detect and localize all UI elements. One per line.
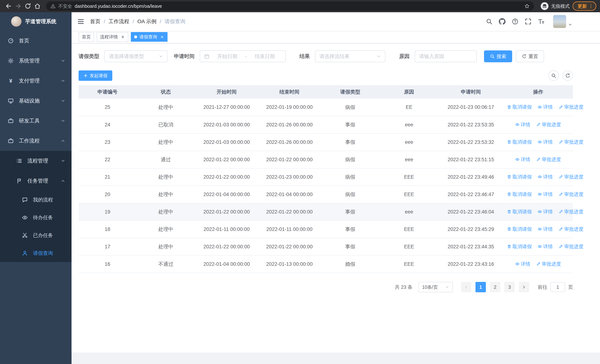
breadcrumb-item[interactable]: OA 示例: [138, 18, 157, 25]
sidebar-item[interactable]: 待办任务: [0, 209, 72, 226]
github-button[interactable]: [498, 18, 506, 26]
detail-link[interactable]: 详情: [515, 261, 530, 267]
detail-link[interactable]: 详情: [538, 104, 553, 110]
search-button[interactable]: 搜索: [484, 50, 512, 62]
not-secure-icon[interactable]: [50, 3, 56, 9]
sidebar-item[interactable]: 系统管理: [0, 51, 72, 71]
detail-link[interactable]: 详情: [538, 208, 553, 215]
address-bar[interactable]: 不安全 dashboard.yudao.iocoder.cn/bpm/oa/le…: [46, 1, 534, 11]
sidebar-item[interactable]: 研发工具: [0, 111, 72, 131]
approval-progress-link[interactable]: 审批进度: [559, 104, 583, 110]
cancel-leave-link[interactable]: 取消请假: [507, 104, 532, 110]
approval-progress-link[interactable]: 审批进度: [559, 243, 583, 250]
sidebar-item[interactable]: ¥ 支付管理: [0, 71, 72, 91]
refresh-table-button[interactable]: [562, 70, 573, 81]
detail-link[interactable]: 详情: [538, 243, 553, 250]
cancel-leave-link[interactable]: 取消请假: [507, 208, 532, 215]
table-row[interactable]: 25 处理中 2021-12-27 00:00:00 2022-01-19 00…: [79, 99, 573, 116]
page-number-button[interactable]: 3: [504, 282, 515, 292]
detail-link[interactable]: 详情: [538, 174, 553, 180]
approval-progress-link[interactable]: 审批进度: [559, 191, 583, 197]
approval-progress-link[interactable]: 审批进度: [536, 156, 561, 163]
table-row[interactable]: 21 处理中 2022-01-22 00:00:00 2022-01-23 00…: [79, 168, 573, 186]
reset-button[interactable]: 重置: [516, 50, 544, 62]
sidebar-item[interactable]: 任务管理: [0, 171, 72, 191]
header-search-button[interactable]: [485, 18, 493, 26]
approval-progress-link[interactable]: 审批进度: [559, 174, 583, 180]
toggle-search-button[interactable]: [548, 70, 559, 81]
prev-page-button[interactable]: [461, 282, 471, 292]
cell-apply-time: 2022-01-22 23:45:29: [438, 221, 503, 238]
table-row[interactable]: 24 已取消 2022-01-03 00:00:00 2022-01-26 00…: [79, 116, 573, 133]
page-number-button[interactable]: 1: [476, 282, 486, 292]
browser-home-button[interactable]: [33, 1, 42, 11]
cell-reason: eee: [380, 133, 438, 151]
user-menu[interactable]: [553, 15, 572, 28]
tab[interactable]: 流程详情 ×: [97, 32, 128, 42]
table-row[interactable]: 22 通过 2022-01-22 00:00:00 2022-01-22 00:…: [79, 151, 573, 168]
approval-progress-link[interactable]: 审批进度: [536, 121, 561, 128]
sidebar-item[interactable]: 首页: [0, 31, 72, 51]
approval-progress-link[interactable]: 审批进度: [536, 261, 561, 267]
cell-leave-type: 事假: [321, 221, 379, 238]
detail-link[interactable]: 详情: [538, 139, 553, 145]
leave-type-select[interactable]: 请选择请假类型: [104, 50, 168, 62]
cancel-leave-link[interactable]: 取消请假: [507, 174, 532, 180]
cell-reason: EEE: [380, 238, 438, 255]
browser-back-button[interactable]: [4, 1, 13, 11]
approval-progress-link[interactable]: 审批进度: [559, 208, 583, 215]
browser-forward-button[interactable]: [13, 1, 23, 11]
close-icon[interactable]: ×: [160, 35, 164, 39]
sidebar-item[interactable]: 已办任务: [0, 226, 72, 244]
table-row[interactable]: 20 处理中 2022-01-04 00:00:00 2022-01-04 00…: [79, 186, 573, 203]
font-size-button[interactable]: [537, 18, 545, 26]
sidebar-item[interactable]: 请假查询: [0, 244, 72, 262]
page-size-select[interactable]: 10条/页: [418, 282, 453, 292]
page-number-button[interactable]: 2: [490, 282, 500, 292]
column-header: 申请时间: [438, 85, 503, 99]
detail-link[interactable]: 详情: [515, 121, 530, 128]
browser-update-button[interactable]: 更新: [572, 1, 596, 11]
breadcrumb-item[interactable]: 请假查询: [165, 18, 185, 25]
cancel-leave-link[interactable]: 取消请假: [507, 191, 532, 197]
goto-page-input[interactable]: [550, 282, 565, 292]
result-select[interactable]: 请选择流结果: [315, 50, 385, 62]
avatar[interactable]: [553, 15, 566, 28]
menu-dots-icon[interactable]: [588, 3, 593, 9]
breadcrumb-item[interactable]: 工作流程: [109, 18, 129, 25]
hamburger-button[interactable]: [77, 18, 84, 25]
browser-reload-button[interactable]: [23, 1, 33, 11]
create-leave-button[interactable]: 发起请假: [79, 70, 112, 81]
pagination: 共 23 条 10条/页 123 前往 页: [79, 282, 573, 292]
approval-progress-link[interactable]: 审批进度: [559, 226, 583, 233]
table-row[interactable]: 23 处理中 2022-01-03 00:00:00 2022-01-26 00…: [79, 133, 573, 151]
sidebar-item[interactable]: 我的流程: [0, 191, 72, 209]
cancel-leave-link[interactable]: 取消请假: [507, 243, 532, 250]
table-row[interactable]: 18 处理中 2022-01-11 00:00:00 2022-01-11 00…: [79, 221, 573, 238]
detail-link[interactable]: 详情: [538, 191, 553, 197]
detail-link[interactable]: 详情: [538, 226, 553, 233]
close-icon[interactable]: ×: [121, 35, 125, 39]
detail-link[interactable]: 详情: [515, 156, 530, 163]
next-page-button[interactable]: [519, 282, 529, 292]
bookmark-star-icon[interactable]: [525, 3, 530, 9]
breadcrumb-item[interactable]: 首页: [90, 18, 100, 25]
docs-help-button[interactable]: [511, 18, 519, 26]
cancel-leave-link[interactable]: 取消请假: [507, 139, 532, 145]
reason-input[interactable]: 请输入原因: [415, 50, 477, 62]
table-row[interactable]: 16 不通过 2022-01-04 00:00:00 2022-01-13 00…: [79, 255, 573, 273]
tab[interactable]: 请假查询 ×: [131, 32, 168, 42]
approval-progress-link[interactable]: 审批进度: [559, 139, 583, 145]
app-logo[interactable]: 芋道管理系统: [0, 12, 72, 31]
tab[interactable]: 首页: [79, 32, 94, 42]
gear-icon: [8, 58, 14, 64]
sidebar-item[interactable]: 流程管理: [0, 151, 72, 171]
apply-time-range-picker[interactable]: 开始日期 - 结束日期: [200, 50, 286, 62]
cancel-leave-link[interactable]: 取消请假: [507, 226, 532, 233]
table-row[interactable]: 19 处理中 2022-01-22 00:00:00 2022-01-22 00…: [79, 203, 573, 221]
sidebar: 芋道管理系统 首页 系统管理: [0, 12, 72, 364]
sidebar-item[interactable]: 基础设施: [0, 91, 72, 111]
table-row[interactable]: 17 处理中 2022-01-22 00:00:00 2022-01-22 00…: [79, 238, 573, 255]
fullscreen-button[interactable]: [524, 18, 532, 26]
sidebar-item[interactable]: 工作流程: [0, 131, 72, 151]
